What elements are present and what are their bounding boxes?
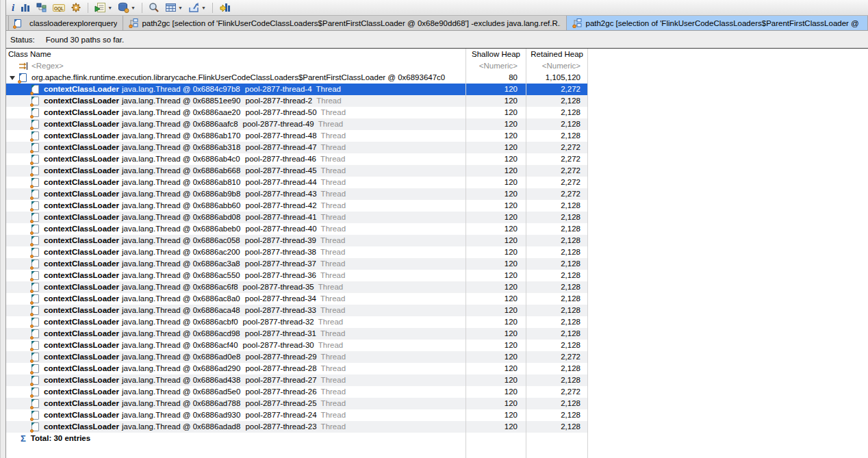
row-type-label: Thread — [321, 130, 346, 142]
table-row-thread[interactable]: contextClassLoader java.lang.Thread @ 0x… — [6, 305, 587, 316]
tab-path2gc-2-active[interactable]: path2gc [selection of 'FlinkUserCodeClas… — [567, 16, 868, 30]
compare-heapdump-icon[interactable] — [217, 1, 233, 14]
thread-object-icon — [31, 178, 39, 187]
root-shallow-heap: 80 — [465, 72, 526, 84]
toolbar: i OQL ▼ ▼ ▼ ▼ — [6, 0, 868, 16]
row-type-label: Thread — [321, 409, 346, 421]
left-sash[interactable] — [0, 0, 6, 458]
table-row-thread[interactable]: contextClassLoader java.lang.Thread @ 0x… — [6, 293, 587, 305]
export-icon[interactable]: ▼ — [186, 1, 208, 14]
thread-object-icon — [31, 155, 39, 164]
row-shallow-heap: 120 — [465, 95, 526, 107]
row-shallow-heap: 120 — [465, 293, 526, 305]
column-header-class-name[interactable]: Class Name — [6, 49, 465, 60]
column-divider[interactable] — [465, 49, 466, 458]
status-bar: Status: Found 30 paths so far. — [6, 31, 868, 49]
thread-object-icon — [31, 166, 39, 175]
row-retained-heap: 2,272 — [526, 142, 587, 153]
table-row-thread[interactable]: contextClassLoader java.lang.Thread @ 0x… — [6, 212, 587, 223]
row-type-label: Thread — [321, 223, 346, 235]
row-thread-name: pool-2877-thread-45 — [245, 165, 316, 177]
row-field-name: contextClassLoader — [44, 374, 119, 386]
filter-row: <Regex> <Numeric> <Numeric> — [6, 60, 587, 72]
row-shallow-heap: 120 — [465, 153, 526, 165]
table-row-thread[interactable]: contextClassLoader java.lang.Thread @ 0x… — [6, 107, 587, 118]
root-classloader-row[interactable]: org.apache.flink.runtime.execution.libra… — [6, 72, 587, 84]
row-retained-heap: 2,128 — [526, 421, 587, 433]
table-row-thread[interactable]: contextClassLoader java.lang.Thread @ 0x… — [6, 142, 587, 153]
table-row-thread[interactable]: contextClassLoader java.lang.Thread @ 0x… — [6, 177, 587, 188]
toolbar-separator — [212, 3, 213, 13]
expert-gear-icon[interactable] — [68, 1, 84, 14]
row-thread-name: pool-2877-thread-31 — [245, 328, 316, 340]
row-type-label: Thread — [318, 281, 343, 293]
row-field-name: contextClassLoader — [44, 386, 119, 398]
tab-classloaderexplorerquery[interactable]: classloaderexplorerquery — [8, 16, 123, 30]
table-row-thread[interactable]: contextClassLoader java.lang.Thread @ 0x… — [6, 235, 587, 246]
table-row-thread[interactable]: contextClassLoader java.lang.Thread @ 0x… — [6, 281, 587, 293]
row-type-label: Thread — [320, 328, 345, 340]
column-header-shallow-heap[interactable]: Shallow Heap — [465, 49, 526, 60]
row-shallow-heap: 120 — [465, 107, 526, 118]
column-divider[interactable] — [526, 49, 526, 458]
table-row-thread[interactable]: contextClassLoader java.lang.Thread @ 0x… — [6, 363, 587, 374]
table-row-thread[interactable]: contextClassLoader java.lang.Thread @ 0x… — [6, 223, 587, 235]
row-field-name: contextClassLoader — [44, 107, 119, 118]
column-header-retained-heap[interactable]: Retained Heap — [526, 49, 587, 60]
table-row-thread[interactable]: contextClassLoader java.lang.Thread @ 0x… — [6, 386, 587, 398]
table-row-thread[interactable]: contextClassLoader java.lang.Thread @ 0x… — [6, 246, 587, 258]
table-row-thread[interactable]: contextClassLoader java.lang.Thread @ 0x… — [6, 130, 587, 142]
retained-numeric-filter-input[interactable]: <Numeric> — [526, 60, 587, 72]
heap-dump-details-icon[interactable]: ▼ — [116, 1, 138, 14]
calculator-icon[interactable]: ▼ — [163, 1, 185, 14]
row-field-name: contextClassLoader — [44, 95, 119, 107]
regex-filter-input[interactable]: <Regex> — [31, 60, 64, 72]
row-object-text: java.lang.Thread @ 0x6886acd98 — [122, 328, 240, 340]
table-row-thread[interactable]: contextClassLoader java.lang.Thread @ 0x… — [6, 200, 587, 212]
row-object-text: java.lang.Thread @ 0x6886ac8a0 — [122, 293, 240, 305]
table-row-thread[interactable]: contextClassLoader java.lang.Thread @ 0x… — [6, 188, 587, 200]
row-shallow-heap: 120 — [465, 328, 526, 340]
oql-icon[interactable]: OQL — [51, 1, 67, 14]
row-thread-name: pool-2877-thread-38 — [245, 246, 316, 258]
histogram-icon[interactable] — [18, 1, 33, 14]
row-type-label: Thread — [321, 177, 346, 188]
row-object-text: java.lang.Thread @ 0x6886acf40 — [122, 340, 238, 351]
tab-path2gc-1[interactable]: path2gc [selection of 'FlinkUserCodeClas… — [123, 16, 567, 30]
thread-object-icon — [31, 387, 39, 396]
dominator-tree-icon[interactable] — [34, 1, 49, 14]
row-shallow-heap: 120 — [465, 386, 526, 398]
row-field-name: contextClassLoader — [44, 142, 119, 153]
row-type-label: Thread — [318, 340, 343, 351]
table-row-thread[interactable]: contextClassLoader java.lang.Thread @ 0x… — [6, 165, 587, 177]
search-icon[interactable] — [146, 1, 162, 14]
row-thread-name: pool-2877-thread-47 — [245, 142, 316, 153]
table-row-thread[interactable]: contextClassLoader java.lang.Thread @ 0x… — [6, 84, 587, 95]
table-row-thread[interactable]: contextClassLoader java.lang.Thread @ 0x… — [6, 258, 587, 270]
row-thread-name: pool-2877-thread-23 — [245, 421, 316, 433]
thread-object-icon — [31, 236, 39, 245]
table-row-thread[interactable]: contextClassLoader java.lang.Thread @ 0x… — [6, 328, 587, 340]
table-row-thread[interactable]: contextClassLoader java.lang.Thread @ 0x… — [6, 351, 587, 363]
table-row-thread[interactable]: contextClassLoader java.lang.Thread @ 0x… — [6, 316, 587, 328]
table-row-thread[interactable]: contextClassLoader java.lang.Thread @ 0x… — [6, 118, 587, 130]
query-browser-icon[interactable]: ▼ — [92, 1, 114, 14]
table-row-thread[interactable]: contextClassLoader java.lang.Thread @ 0x… — [6, 153, 587, 165]
table-row-thread[interactable]: contextClassLoader java.lang.Thread @ 0x… — [6, 398, 587, 409]
row-object-text: java.lang.Thread @ 0x6886ad788 — [122, 398, 240, 409]
row-object-text: java.lang.Thread @ 0x6886ad930 — [122, 409, 240, 421]
row-object-text: java.lang.Thread @ 0x6886aae20 — [122, 107, 240, 118]
shallow-numeric-filter-input[interactable]: <Numeric> — [465, 60, 526, 72]
table-row-thread[interactable]: contextClassLoader java.lang.Thread @ 0x… — [6, 374, 587, 386]
dropdown-arrow-icon: ▼ — [178, 5, 183, 10]
table-row-thread[interactable]: contextClassLoader java.lang.Thread @ 0x… — [6, 95, 587, 107]
table-row-thread[interactable]: contextClassLoader java.lang.Thread @ 0x… — [6, 421, 587, 433]
info-icon[interactable]: i — [10, 1, 16, 14]
expand-collapse-caret-icon[interactable] — [10, 76, 15, 80]
table-row-thread[interactable]: contextClassLoader java.lang.Thread @ 0x… — [6, 270, 587, 281]
table-row-thread[interactable]: contextClassLoader java.lang.Thread @ 0x… — [6, 409, 587, 421]
column-divider[interactable] — [587, 49, 588, 458]
row-object-text: java.lang.Thread @ 0x6886adad8 — [122, 421, 240, 433]
table-row-thread[interactable]: contextClassLoader java.lang.Thread @ 0x… — [6, 340, 587, 351]
result-table: Class Name Shallow Heap Retained Heap <R… — [6, 49, 868, 458]
